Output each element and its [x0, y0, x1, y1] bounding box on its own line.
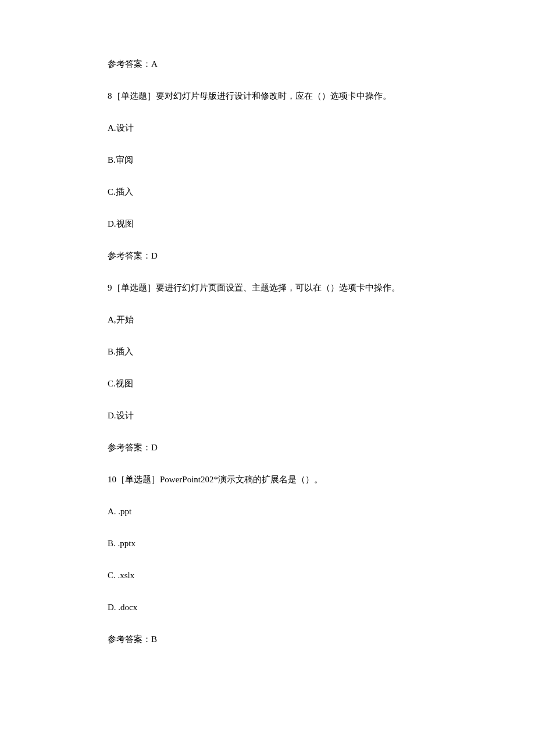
q10-answer: 参考答案：B	[108, 633, 427, 646]
q8-option-b: B.审阅	[108, 154, 427, 166]
q10-option-d: D. .docx	[108, 601, 427, 614]
q8-option-d: D.视图	[108, 218, 427, 230]
q8-option-c: C.插入	[108, 186, 427, 198]
q8-answer: 参考答案：D	[108, 250, 427, 262]
q8-stem: 8［单选题］要对幻灯片母版进行设计和修改时，应在（）选项卡中操作。	[108, 90, 427, 102]
q9-option-b: B.插入	[108, 346, 427, 358]
q9-option-d: D.设计	[108, 410, 427, 422]
q9-stem: 9［单选题］要进行幻灯片页面设置、主题选择，可以在（）选项卡中操作。	[108, 282, 427, 294]
q10-option-b: B. .pptx	[108, 538, 427, 550]
q10-option-c: C. .xslx	[108, 569, 427, 582]
q9-answer: 参考答案：D	[108, 442, 427, 454]
q9-option-c: C.视图	[108, 378, 427, 390]
q9-option-a: A,开始	[108, 314, 427, 326]
q10-option-a: A. .ppt	[108, 506, 427, 518]
q8-option-a: A.设计	[108, 122, 427, 134]
q7-answer: 参考答案：A	[108, 58, 427, 70]
q10-stem: 10［单选题］PowerPoint202*演示文稿的扩展名是（）。	[108, 474, 427, 486]
